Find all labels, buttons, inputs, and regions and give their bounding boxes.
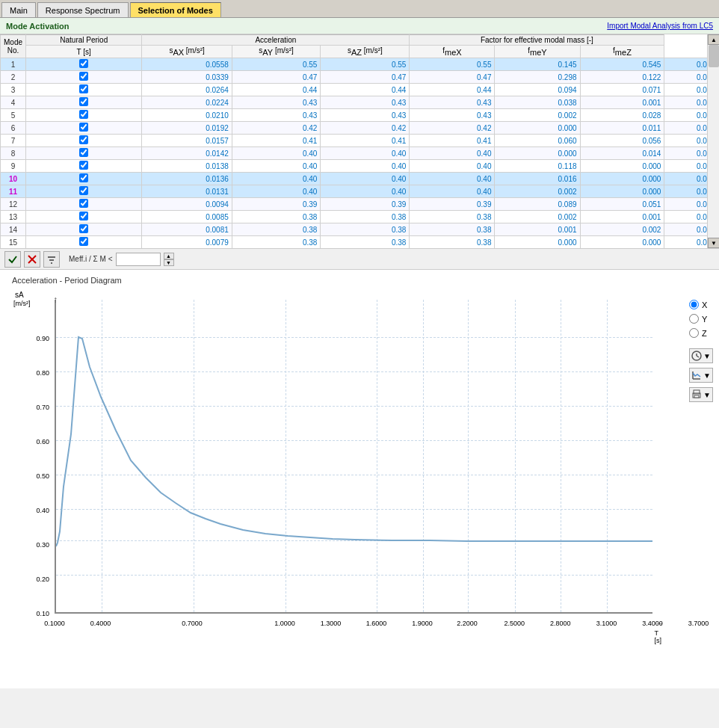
tab-selection-of-modes[interactable]: Selection of Modes [130,2,221,17]
table-row-sAX: 0.39 [232,198,321,211]
mode-activation-title: Mode Activation [6,22,70,31]
radio-z[interactable]: Z [689,328,713,338]
spin-up[interactable]: ▲ [164,253,174,259]
table-row-sAX: 0.40 [232,147,321,160]
table-row-checkbox[interactable] [26,84,142,96]
th-sAZ: sAZ [m/s²] [321,46,410,58]
table-row-checkbox[interactable] [26,160,142,173]
toolbar-check-btn[interactable] [4,251,21,268]
th-T: T [s] [26,46,142,58]
table-row-fmeX: 0.060 [495,135,580,147]
table-row-fmeX: 0.094 [495,84,580,96]
table-row-sAZ: 0.43 [410,96,495,109]
table-row-fmeX: 0.089 [495,198,580,211]
table-row-sAY: 0.39 [321,198,410,211]
toolbar-filter-btn[interactable] [43,251,60,268]
table-row-fmeX: 0.016 [495,173,580,185]
table-row-checkbox[interactable] [26,211,142,223]
table-row-sAZ: 0.39 [410,198,495,211]
tab-main[interactable]: Main [1,2,36,17]
table-row-sAY: 0.40 [321,160,410,173]
table-row-T: 0.0142 [142,147,232,160]
table-row-sAY: 0.44 [321,84,410,96]
print-icon-btn[interactable]: ▼ [689,387,713,402]
table-row-checkbox[interactable] [26,122,142,135]
chart-section: Acceleration - Period Diagram X Y Z ▼ ▼ … [0,270,719,688]
table-row-sAX: 0.40 [232,160,321,173]
import-link[interactable]: Import Modal Analysis from LC5 [607,22,713,30]
table-row-sAX: 0.43 [232,109,321,122]
th-fmeX: fmeX [410,46,495,58]
table-row-mode: 5 [1,109,26,122]
table-row-checkbox[interactable] [26,71,142,84]
table-row-sAZ: 0.40 [410,185,495,198]
table-row-checkbox[interactable] [26,147,142,160]
axis-icon [691,370,702,380]
table-row-sAZ: 0.38 [410,211,495,223]
toolbar-filter-input[interactable] [116,253,161,266]
table-row-sAX: 0.38 [232,211,321,223]
chart-plot-area [55,300,652,614]
scroll-up-btn[interactable]: ▲ [708,34,719,45]
table-row-sAX: 0.38 [232,223,321,236]
table-row-checkbox[interactable] [26,109,142,122]
chart-container: sA [m/s²] 0.10 0.20 0.30 0.40 0.50 0.60 … [13,289,679,662]
table-row-mode: 8 [1,147,26,160]
table-row-mode: 7 [1,135,26,147]
table-row-sAY: 0.43 [321,96,410,109]
table-row-sAZ: 0.41 [410,135,495,147]
table-row-checkbox[interactable] [26,58,142,71]
table-row-mode: 13 [1,211,26,223]
table-row-sAY: 0.42 [321,122,410,135]
table-row-T: 0.0264 [142,84,232,96]
th-fmeY: fmeY [495,46,580,58]
svg-rect-12 [694,395,699,398]
table-row-T: 0.0210 [142,109,232,122]
table-row-fmeY: 0.014 [580,147,664,160]
table-row-fmeY: 0.002 [580,223,664,236]
radio-y[interactable]: Y [689,314,713,324]
th-factor: Factor for effective modal mass [-] [410,35,664,46]
table-row-sAY: 0.55 [321,58,410,71]
table-row-checkbox[interactable] [26,96,142,109]
x-axis-area: 0.1000 0.4000 0.7000 1.0000 1.3000 1.600… [55,616,652,650]
table-row-checkbox[interactable] [26,198,142,211]
table-row-fmeY: 0.545 [580,58,664,71]
table-row-sAZ: 0.38 [410,223,495,236]
toolbar-delete-btn[interactable] [24,251,40,268]
table-row-mode: 2 [1,71,26,84]
table-row-checkbox[interactable] [26,223,142,236]
svg-rect-3 [49,259,54,261]
table-row-sAX: 0.40 [232,173,321,185]
table-row-fmeY: 0.011 [580,122,664,135]
table-row-sAZ: 0.47 [410,71,495,84]
table-row-mode: 10 [1,173,26,185]
toolbar-spinner[interactable]: ▲ ▼ [164,253,174,266]
table-row-sAX: 0.55 [232,58,321,71]
table-row-fmeY: 0.000 [580,185,664,198]
table-row-fmeY: 0.051 [580,198,664,211]
table-row-checkbox[interactable] [26,185,142,198]
tab-response-spectrum[interactable]: Response Spectrum [37,2,129,17]
table-row-sAY: 0.40 [321,147,410,160]
spin-down[interactable]: ▼ [164,259,174,266]
table-row-sAX: 0.38 [232,236,321,249]
scroll-thumb[interactable] [709,45,719,67]
table-row-fmeY: 0.001 [580,211,664,223]
table-row-fmeX: 0.118 [495,160,580,173]
table-row-sAZ: 0.40 [410,173,495,185]
table-row-fmeX: 0.002 [495,185,580,198]
th-fmeZ: fmeZ [580,46,664,58]
table-row-mode: 12 [1,198,26,211]
axis-icon-btn[interactable]: ▼ [689,368,713,383]
table-row-checkbox[interactable] [26,236,142,249]
radio-x[interactable]: X [689,300,713,309]
clock-icon-btn[interactable]: ▼ [689,348,713,363]
table-row-checkbox[interactable] [26,173,142,185]
table-row-checkbox[interactable] [26,135,142,147]
table-row-T: 0.0079 [142,236,232,249]
table-row-sAZ: 0.40 [410,160,495,173]
table-row-sAY: 0.38 [321,236,410,249]
table-row-mode: 11 [1,185,26,198]
scroll-down-btn[interactable]: ▼ [708,238,719,248]
